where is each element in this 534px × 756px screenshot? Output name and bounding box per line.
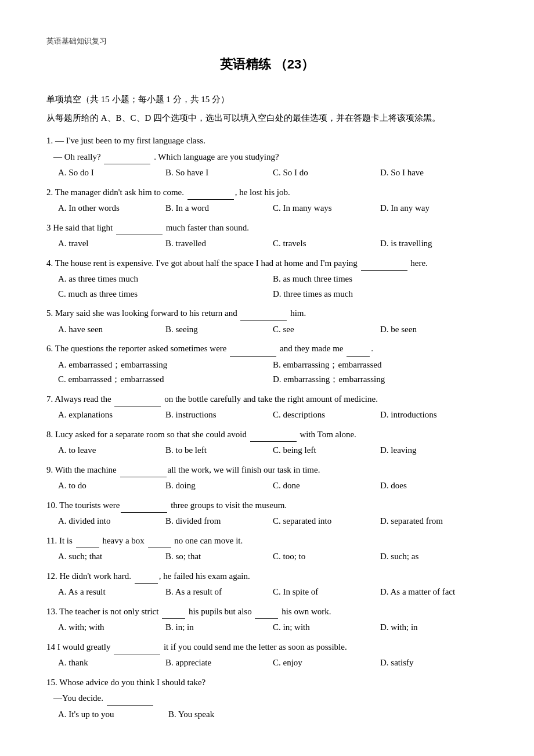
q4-option-d: D. three times as much (273, 287, 488, 302)
q13-option-b: B. in; in (165, 620, 273, 635)
q7-option-d: D. introductions (380, 408, 488, 423)
q8-option-b: B. to be left (165, 443, 273, 458)
q5-option-b: B. seeing (165, 322, 273, 337)
q12-option-c: C. In spite of (273, 585, 380, 600)
q9-option-b: B. doing (165, 478, 273, 494)
q12-option-d: D. As a matter of fact (380, 585, 488, 600)
q9-options: A. to do B. doing C. done D. does (46, 478, 488, 494)
q13-text: 13. The teacher is not only strict his p… (46, 604, 488, 620)
q7-text: 7. Always read the on the bottle careful… (46, 392, 488, 407)
section-instructions: 从每题所给的 A、B、C、D 四个选项中，选出可以填入空白处的最佳选项，并在答题… (46, 111, 488, 126)
q3-option-d: D. is travelling (380, 236, 488, 251)
q8-option-a: A. to leave (58, 443, 165, 458)
q10-option-d: D. separated from (380, 514, 488, 529)
q2-options: A. In other words B. In a word C. In man… (46, 201, 488, 216)
q10-text: 10. The tourists were three groups to vi… (46, 498, 488, 513)
q5-options: A. have seen B. seeing C. see D. be seen (46, 322, 488, 337)
q11-option-d: D. such; as (380, 549, 488, 564)
question-5: 5. Mary said she was looking forward to … (46, 306, 488, 337)
q13-option-a: A. with; with (58, 620, 165, 635)
q10-option-a: A. divided into (58, 514, 165, 529)
question-8: 8. Lucy asked for a separate room so tha… (46, 427, 488, 458)
questions-container: 1. — I've just been to my first language… (46, 134, 488, 722)
q1-option-a: A. So do I (58, 165, 165, 181)
q15-text1: 15. Whose advice do you think I should t… (46, 675, 488, 690)
q15-options: A. It's up to you B. You speak (46, 707, 488, 722)
question-6: 6. The questions the reporter asked some… (46, 341, 488, 387)
q5-option-d: D. be seen (380, 322, 488, 337)
q4-option-a: A. as three times much (58, 272, 273, 287)
question-13: 13. The teacher is not only strict his p… (46, 604, 488, 635)
q3-option-c: C. travels (273, 236, 380, 251)
q1-option-c: C. So I do (273, 165, 380, 181)
q14-text: 14 I would greatly it if you could send … (46, 640, 488, 655)
q7-options: A. explanations B. instructions C. descr… (46, 408, 488, 423)
q15-option-b: B. You speak (168, 707, 261, 722)
q3-options: A. travel B. travelled C. travels D. is … (46, 236, 488, 251)
q6-option-a: A. embarrassed；embarrassing (58, 358, 273, 373)
section-header: 单项填空（共 15 小题；每小题 1 分，共 15 分） (46, 92, 488, 107)
q1-option-b: B. So have I (165, 165, 273, 181)
q7-option-a: A. explanations (58, 408, 165, 423)
q8-text: 8. Lucy asked for a separate room so tha… (46, 427, 488, 442)
q8-options: A. to leave B. to be left C. being left … (46, 443, 488, 458)
question-10: 10. The tourists were three groups to vi… (46, 498, 488, 529)
q4-option-c: C. much as three times (58, 287, 273, 302)
q6-option-d: D. embarrassing；embarrassing (273, 372, 488, 387)
q14-option-c: C. enjoy (273, 656, 380, 671)
q14-options: A. thank B. appreciate C. enjoy D. satis… (46, 656, 488, 671)
q12-text: 12. He didn't work hard. , he failed his… (46, 569, 488, 584)
q6-option-b: B. embarrassing；embarrassed (273, 358, 488, 373)
q5-option-a: A. have seen (58, 322, 165, 337)
q12-option-b: B. As a result of (165, 585, 273, 600)
q9-option-a: A. to do (58, 478, 165, 494)
q11-option-a: A. such; that (58, 549, 165, 564)
q11-option-b: B. so; that (165, 549, 273, 564)
question-12: 12. He didn't work hard. , he failed his… (46, 569, 488, 600)
q1-text2: — Oh really? . Which language are you st… (46, 150, 488, 165)
question-2: 2. The manager didn't ask him to come. ,… (46, 185, 488, 216)
q2-text: 2. The manager didn't ask him to come. ,… (46, 185, 488, 200)
q14-option-b: B. appreciate (165, 656, 273, 671)
q3-text: 3 He said that light much faster than so… (46, 221, 488, 236)
q8-option-c: C. being left (273, 443, 380, 458)
q15-option-a: A. It's up to you (58, 707, 151, 722)
question-7: 7. Always read the on the bottle careful… (46, 392, 488, 423)
q10-option-c: C. separated into (273, 514, 380, 529)
question-14: 14 I would greatly it if you could send … (46, 640, 488, 671)
q4-text: 4. The house rent is expensive. I've got… (46, 256, 488, 271)
q1-text1: 1. — I've just been to my first language… (46, 134, 488, 149)
question-15: 15. Whose advice do you think I should t… (46, 675, 488, 722)
q11-text: 11. It is heavy a box no one can move it… (46, 534, 488, 549)
subtitle: 英语基础知识复习 (46, 35, 488, 48)
q7-option-c: C. descriptions (273, 408, 380, 423)
q5-option-c: C. see (273, 322, 380, 337)
q3-option-b: B. travelled (165, 236, 273, 251)
q15-text2: —You decide. (46, 691, 488, 706)
question-4: 4. The house rent is expensive. I've got… (46, 256, 488, 302)
q6-option-c: C. embarrassed；embarrassed (58, 372, 273, 387)
question-1: 1. — I've just been to my first language… (46, 134, 488, 181)
q9-text: 9. With the machine all the work, we wil… (46, 463, 488, 478)
question-3: 3 He said that light much faster than so… (46, 221, 488, 251)
q2-option-d: D. In any way (380, 201, 488, 216)
q10-options: A. divided into B. divided from C. separ… (46, 514, 488, 529)
q13-option-d: D. with; in (380, 620, 488, 635)
q8-option-d: D. leaving (380, 443, 488, 458)
question-9: 9. With the machine all the work, we wil… (46, 463, 488, 494)
q1-option-d: D. So I have (380, 165, 488, 181)
q9-option-c: C. done (273, 478, 380, 494)
q13-options: A. with; with B. in; in C. in; with D. w… (46, 620, 488, 635)
q6-options: A. embarrassed；embarrassing B. embarrass… (46, 358, 488, 387)
q4-option-b: B. as much three times (273, 272, 488, 287)
q13-option-c: C. in; with (273, 620, 380, 635)
q11-options: A. such; that B. so; that C. too; to D. … (46, 549, 488, 564)
q14-option-a: A. thank (58, 656, 165, 671)
q6-text: 6. The questions the reporter asked some… (46, 341, 488, 357)
q1-options: A. So do I B. So have I C. So I do D. So… (46, 165, 488, 181)
main-title: 英语精练 （23） (46, 53, 488, 75)
q2-option-b: B. In a word (165, 201, 273, 216)
q14-option-d: D. satisfy (380, 656, 488, 671)
q11-option-c: C. too; to (273, 549, 380, 564)
q12-option-a: A. As a result (58, 585, 165, 600)
